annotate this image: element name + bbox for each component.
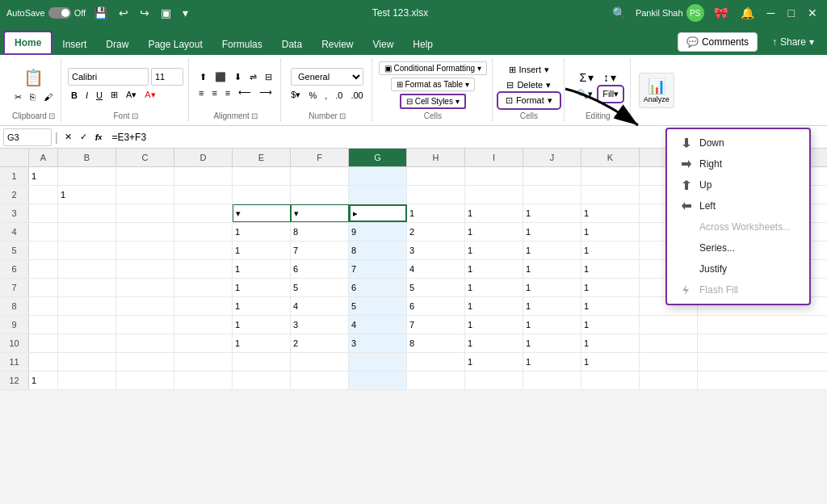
cell-C2[interactable] [116,186,174,204]
cell-D6[interactable] [174,260,233,278]
cell-B7[interactable] [58,279,116,296]
cell-G9[interactable]: 4 [349,316,407,334]
cell-B1[interactable] [58,167,116,185]
cell-J11[interactable]: 1 [523,353,581,371]
cell-G7[interactable]: 6 [349,279,407,296]
cell-C1[interactable] [116,167,174,185]
cell-F3[interactable]: ▾ [291,204,349,222]
cell-H6[interactable]: 4 [407,260,465,278]
find-button[interactable]: 🔍▾ [573,87,596,101]
fill-series-item[interactable]: Series... [667,237,809,258]
col-header-G[interactable]: G [349,149,407,166]
percent-button[interactable]: % [305,88,320,102]
cell-A3[interactable] [29,204,58,222]
cell-L11[interactable] [640,353,698,371]
cell-J5[interactable]: 1 [523,242,581,259]
align-top-button[interactable]: ⬆ [196,70,210,84]
cell-I2[interactable] [465,186,523,204]
cell-I5[interactable]: 1 [465,242,523,259]
more-tools-icon[interactable]: ▾ [179,5,191,21]
cell-K4[interactable]: 1 [581,223,640,241]
cell-G6[interactable]: 7 [349,260,407,278]
cell-A10[interactable] [29,334,58,352]
conditional-formatting-button[interactable]: ▣ Conditional Formatting ▾ [379,61,487,75]
wrap-text-button[interactable]: ⇌ [246,70,260,84]
cell-C9[interactable] [116,316,174,334]
cell-G11[interactable] [349,353,407,371]
paste-button[interactable]: 📋 [20,66,47,89]
tab-page-layout[interactable]: Page Layout [138,34,212,55]
col-header-D[interactable]: D [174,149,233,166]
decrease-decimal-button[interactable]: .0 [332,88,346,102]
fill-across-worksheets-item[interactable]: Across Worksheets... [667,216,809,237]
fill-justify-item[interactable]: Justify [667,258,809,279]
cell-J3[interactable]: 1 [523,204,581,222]
cell-K10[interactable]: 1 [581,334,640,352]
cell-C12[interactable] [116,372,174,389]
cell-D9[interactable] [174,316,233,334]
delete-cells-button[interactable]: ⊟ Delete ▾ [500,78,557,92]
cell-C10[interactable] [116,334,174,352]
cell-H12[interactable] [407,372,465,389]
tab-insert[interactable]: Insert [52,34,96,55]
col-header-J[interactable]: J [523,149,581,166]
search-icon[interactable]: 🔍 [609,5,629,21]
cell-G4[interactable]: 9 [349,223,407,241]
comments-button[interactable]: 💬 Comments [678,32,758,52]
cell-K12[interactable] [581,372,640,389]
cell-F2[interactable] [291,186,349,204]
insert-cells-button[interactable]: ⊞ Insert ▾ [502,63,556,77]
cell-C11[interactable] [116,353,174,371]
cell-B8[interactable] [58,297,116,315]
cell-L10[interactable] [640,334,698,352]
cell-I10[interactable]: 1 [465,334,523,352]
cell-G2[interactable] [349,186,407,204]
cell-C6[interactable] [116,260,174,278]
cell-E3[interactable]: ▾ [233,204,291,222]
cell-A5[interactable] [29,242,58,259]
cell-E7[interactable]: 1 [233,279,291,296]
col-header-B[interactable]: B [58,149,116,166]
underline-button[interactable]: U [93,89,106,102]
share-button[interactable]: ↑ Share ▾ [762,33,824,51]
cell-F6[interactable]: 6 [291,260,349,278]
cell-K9[interactable]: 1 [581,316,640,334]
cell-J10[interactable]: 1 [523,334,581,352]
cell-J7[interactable]: 1 [523,279,581,296]
cell-J9[interactable]: 1 [523,316,581,334]
cell-K2[interactable] [581,186,640,204]
analyze-button[interactable]: 📊 Analyze [639,73,674,108]
cancel-formula-button[interactable]: ✕ [61,130,75,144]
cell-K8[interactable]: 1 [581,297,640,315]
redo-icon[interactable]: ↪ [136,5,153,21]
cell-D3[interactable] [174,204,233,222]
cell-F11[interactable] [291,353,349,371]
cell-C4[interactable] [116,223,174,241]
cell-H7[interactable]: 5 [407,279,465,296]
fill-color-button[interactable]: A▾ [123,88,140,102]
tab-draw[interactable]: Draw [96,34,138,55]
cell-E2[interactable] [233,186,291,204]
cell-I3[interactable]: 1 [465,204,523,222]
fill-down-item[interactable]: Down [667,132,809,153]
undo-icon[interactable]: ↩ [115,5,132,21]
cell-H3[interactable]: 1 [407,204,465,222]
tab-data[interactable]: Data [272,34,312,55]
format-icon[interactable]: ▣ [157,5,174,21]
number-expand-icon[interactable]: ⊡ [339,111,346,120]
cell-D12[interactable] [174,372,233,389]
cell-F5[interactable]: 7 [291,242,349,259]
autosave-toggle[interactable] [48,7,71,19]
cut-button[interactable]: ✂ [11,90,25,104]
cell-H2[interactable] [407,186,465,204]
confirm-formula-button[interactable]: ✓ [77,130,90,144]
align-left-button[interactable]: ≡ [195,86,207,99]
cell-E12[interactable] [233,372,291,389]
save-icon[interactable]: 💾 [90,5,111,21]
italic-button[interactable]: I [82,89,91,102]
cell-B2[interactable]: 1 [58,186,116,204]
clipboard-expand-icon[interactable]: ⊡ [48,111,55,120]
cell-C5[interactable] [116,242,174,259]
copy-button[interactable]: ⎘ [27,90,39,104]
cell-I1[interactable] [465,167,523,185]
